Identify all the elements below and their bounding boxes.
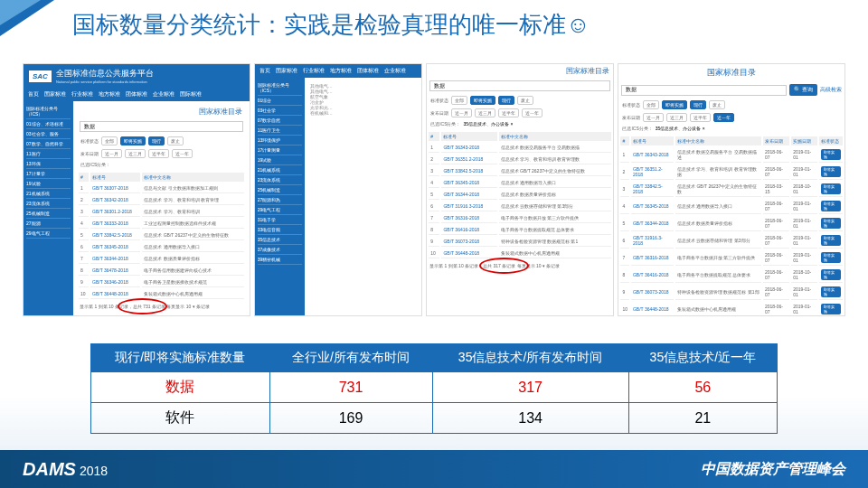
- adv-search-link[interactable]: 高级检索: [820, 86, 842, 94]
- sidebar-item[interactable]: 35信息技术: [258, 235, 302, 245]
- nav-item[interactable]: 团体标准: [357, 67, 379, 75]
- nav-item[interactable]: 团体标准: [126, 90, 147, 99]
- filter-tag[interactable]: 近一月: [643, 113, 664, 122]
- std-link[interactable]: GB/T 36307-2018: [90, 183, 140, 193]
- nav-item[interactable]: 首页: [259, 67, 270, 75]
- filter-tag[interactable]: 现行: [498, 96, 514, 105]
- filter-tag[interactable]: 近三月: [125, 149, 146, 158]
- filter-tag[interactable]: 近一月: [101, 149, 122, 158]
- std-link[interactable]: GB/T 36448-2018: [441, 249, 496, 258]
- std-link[interactable]: GB/T 31916.3-2018: [441, 202, 496, 211]
- search-button[interactable]: 🔍 查询: [789, 84, 817, 96]
- filter-tag[interactable]: 近一年: [522, 108, 542, 117]
- sidebar-item[interactable]: 01综合、术语标准: [26, 119, 71, 129]
- sidebar-item[interactable]: 07数学、自然科学: [26, 139, 71, 149]
- std-link[interactable]: GB/T 36344-2018: [441, 190, 496, 200]
- std-link[interactable]: GB/T 36416-2018: [441, 225, 496, 235]
- std-link[interactable]: GB/T 36345-2018: [90, 242, 140, 252]
- std-link[interactable]: GB/T 36333-2018: [90, 219, 140, 229]
- std-link[interactable]: GB/T 31916.3-2018: [631, 233, 674, 249]
- std-link[interactable]: GB/T 36351.2-2018: [631, 164, 674, 180]
- sidebar-item[interactable]: 39精密机械: [258, 255, 302, 265]
- filter-tag[interactable]: 近一年: [713, 113, 734, 122]
- filter-tag[interactable]: 即将实施: [120, 136, 146, 145]
- filter-tag[interactable]: 全部: [643, 100, 659, 109]
- filter-tag[interactable]: 近半年: [148, 149, 169, 158]
- std-link[interactable]: GB/T 36351.2-2018: [441, 155, 496, 164]
- std-link[interactable]: GB/T 36343-2018: [631, 147, 674, 163]
- std-link[interactable]: GB/T 36073-2018: [441, 237, 496, 247]
- sidebar-item[interactable]: 07数学自然: [258, 116, 302, 126]
- nav-item[interactable]: 国际标准: [180, 90, 202, 99]
- sidebar-item[interactable]: 03社会学、服务: [26, 129, 71, 139]
- filter-tag[interactable]: 现行: [148, 136, 165, 145]
- std-link[interactable]: GB/T 36416-2018: [631, 267, 674, 283]
- nav-item[interactable]: 首页: [28, 90, 39, 99]
- filter-tag[interactable]: 废止: [167, 136, 184, 145]
- sidebar-item[interactable]: 27能源和热: [258, 195, 302, 205]
- filter-tag[interactable]: 近半年: [498, 108, 519, 117]
- std-link[interactable]: GB/T 33842.5-2018: [631, 182, 674, 197]
- sidebar-item[interactable]: 37成像技术: [258, 245, 302, 255]
- sidebar-item[interactable]: 33电信音频: [258, 225, 302, 235]
- filter-tag[interactable]: 废止: [709, 100, 725, 109]
- search-input[interactable]: [80, 121, 243, 132]
- sidebar-item[interactable]: 01综合: [258, 96, 302, 106]
- sidebar-item[interactable]: 31电子学: [258, 215, 302, 225]
- std-link[interactable]: GB/T 36301.2-2018: [90, 207, 140, 217]
- sidebar-item[interactable]: 13环境保护: [258, 136, 302, 145]
- sidebar-item[interactable]: 23流体系统: [258, 175, 302, 185]
- sidebar-item[interactable]: 11医疗: [26, 149, 71, 159]
- sidebar-item[interactable]: 13环保: [26, 159, 71, 169]
- nav-item[interactable]: 国家标准: [44, 90, 66, 99]
- sidebar-item[interactable]: 19试验: [258, 155, 302, 165]
- filter-tag[interactable]: 现行: [690, 100, 706, 109]
- filter-tag[interactable]: 全部: [451, 96, 467, 105]
- sidebar-item[interactable]: 21机械系统: [258, 165, 302, 175]
- search-input[interactable]: [429, 80, 610, 91]
- sidebar-item[interactable]: 29电气工程: [258, 205, 302, 215]
- sidebar-item[interactable]: 29电气工程: [26, 229, 71, 239]
- filter-tag[interactable]: 全部: [101, 136, 118, 145]
- nav-item[interactable]: 行业标准: [303, 67, 325, 75]
- filter-tag[interactable]: 近半年: [690, 113, 711, 122]
- nav-item[interactable]: 行业标准: [71, 90, 93, 99]
- filter-tag[interactable]: 近一年: [172, 149, 193, 158]
- sidebar-item[interactable]: 11医疗卫生: [258, 126, 302, 136]
- sidebar-item[interactable]: 17计量学: [26, 169, 71, 179]
- filter-tag[interactable]: 近三月: [666, 113, 687, 122]
- std-link[interactable]: GB/T 36316-2018: [631, 250, 674, 266]
- sidebar-item[interactable]: 03社会学: [258, 106, 302, 116]
- std-link[interactable]: GB/T 36345-2018: [631, 199, 674, 214]
- std-link[interactable]: GB/T 36448-2018: [90, 289, 140, 299]
- sidebar-item[interactable]: 23流体系统: [26, 199, 71, 209]
- std-link[interactable]: GB/T 36343-2018: [441, 143, 496, 153]
- std-link[interactable]: GB/T 36478-2018: [90, 266, 140, 276]
- nav-item[interactable]: 国家标准: [276, 67, 297, 75]
- std-link[interactable]: GB/T 36346-2018: [90, 277, 140, 287]
- std-link[interactable]: GB/T 36073-2018: [631, 285, 674, 300]
- sidebar-item[interactable]: 27能源: [26, 219, 71, 229]
- sidebar-item[interactable]: 25机械制造: [258, 185, 302, 195]
- std-link[interactable]: GB/T 33842.5-2018: [90, 230, 140, 240]
- filter-tag[interactable]: 近一月: [451, 108, 472, 117]
- search-input[interactable]: [621, 85, 787, 96]
- sidebar-item[interactable]: 25机械制造: [26, 209, 71, 219]
- sidebar-item[interactable]: 17计量测量: [258, 145, 302, 155]
- nav-item[interactable]: 企业标准: [384, 67, 406, 75]
- std-link[interactable]: GB/T 36316-2018: [441, 213, 496, 223]
- filter-tag[interactable]: 废止: [517, 96, 533, 105]
- nav-item[interactable]: 企业标准: [153, 90, 175, 99]
- std-link[interactable]: GB/T 36345-2018: [441, 178, 496, 188]
- filter-tag[interactable]: 近三月: [475, 108, 495, 117]
- filter-tag[interactable]: 即将实施: [470, 96, 495, 105]
- std-link[interactable]: GB/T 36342-2018: [90, 195, 140, 205]
- std-link[interactable]: GB/T 36448-2018: [631, 302, 674, 316]
- nav-item[interactable]: 地方标准: [330, 67, 352, 75]
- filter-tag[interactable]: 即将实施: [662, 100, 687, 109]
- std-link[interactable]: GB/T 36344-2018: [631, 216, 674, 231]
- std-link[interactable]: GB/T 36344-2018: [90, 254, 140, 264]
- sidebar-item[interactable]: 21机械系统: [26, 189, 71, 199]
- std-link[interactable]: GB/T 33842.5-2018: [441, 166, 496, 176]
- nav-item[interactable]: 地方标准: [99, 90, 120, 99]
